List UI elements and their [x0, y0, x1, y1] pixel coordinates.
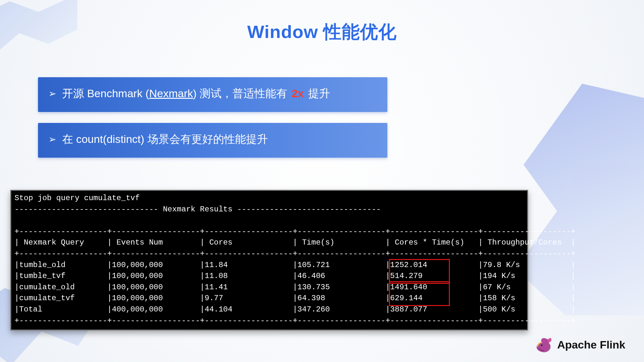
bullet-1-link: Nexmark [149, 87, 193, 99]
bullet-arrow-icon: ➢ [48, 87, 56, 100]
slide-title: Window 性能优化 [0, 20, 644, 44]
bullet-1-highlight: 2x [290, 87, 305, 99]
bullet-2-text: 在 count(distinct) 场景会有更好的性能提升 [62, 132, 377, 147]
decorative-cloud-right [515, 84, 644, 315]
bullet-arrow-icon: ➢ [48, 133, 56, 146]
bullet-1-mid: ) 测试，普适性能有 [193, 87, 290, 99]
bullet-1-pre: 开源 Benchmark ( [62, 87, 149, 99]
terminal-output: Stop job query cumulate_tvf ------------… [11, 191, 527, 330]
bullet-1-post: 提升 [305, 87, 330, 99]
slide-root: Window 性能优化 ➢ 开源 Benchmark (Nexmark) 测试，… [0, 0, 644, 362]
svg-point-0 [541, 344, 543, 346]
terminal-window: Stop job query cumulate_tvf ------------… [10, 190, 528, 330]
bullet-1-text: 开源 Benchmark (Nexmark) 测试，普适性能有 2x 提升 [62, 86, 377, 101]
bullet-list: ➢ 开源 Benchmark (Nexmark) 测试，普适性能有 2x 提升 … [38, 77, 387, 169]
footer-logo: Apache Flink [534, 336, 625, 354]
bullet-2: ➢ 在 count(distinct) 场景会有更好的性能提升 [38, 123, 387, 158]
footer-product-name: Apache Flink [557, 339, 625, 351]
bullet-1: ➢ 开源 Benchmark (Nexmark) 测试，普适性能有 2x 提升 [38, 77, 387, 112]
flink-squirrel-icon [534, 336, 552, 354]
